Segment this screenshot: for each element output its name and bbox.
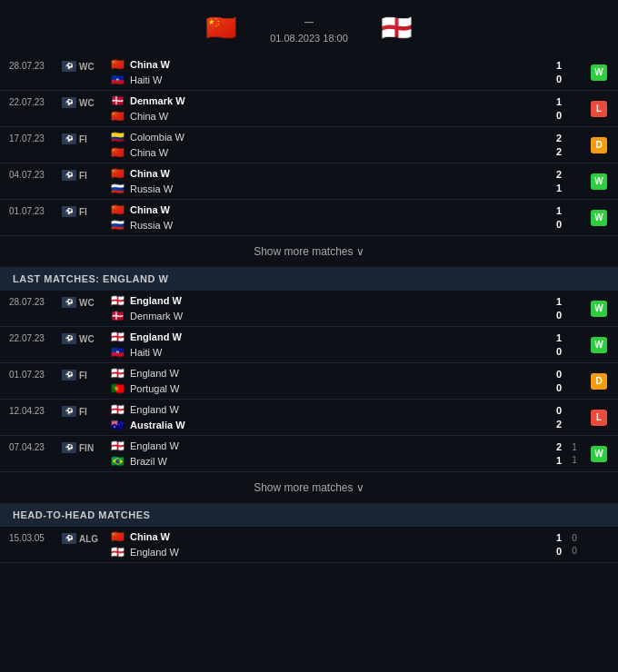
chevron-down-icon: ∨	[356, 245, 364, 258]
score2: 0	[556, 74, 562, 84]
score1: 2	[556, 169, 562, 180]
match-date: 28.07.23	[9, 294, 62, 307]
result-badge: L	[591, 410, 607, 426]
england-show-more-label: Show more matches	[254, 481, 353, 494]
team2-flag-sm: 🇷🇺	[109, 219, 125, 232]
match-row[interactable]: 01.07.23 ⚽ FI 🏴󠁧󠁢󠁥󠁮󠁧󠁿 England W 🇵🇹 Portu…	[0, 363, 618, 400]
match-datetime: 01.08.2023 18:00	[270, 33, 348, 44]
match-result: L	[589, 410, 609, 426]
match-row[interactable]: 12.04.23 ⚽ FI 🏴󠁧󠁢󠁥󠁮󠁧󠁿 England W 🇦🇺 Austr…	[0, 400, 618, 436]
match-teams: 🏴󠁧󠁢󠁥󠁮󠁧󠁿 England W 🇦🇺 Australia W	[109, 403, 534, 431]
match-scores: 2 2	[534, 133, 562, 157]
team1-name: England W	[130, 440, 179, 451]
team1-name: China W	[130, 168, 170, 179]
match-row[interactable]: 22.07.23 ⚽ WC 🇩🇰 Denmark W 🇨🇳 China W 1 …	[0, 91, 618, 127]
match-result: W	[589, 301, 609, 317]
match-date: 28.07.23	[9, 58, 62, 71]
score1: 1	[556, 205, 562, 216]
match-row[interactable]: 17.07.23 ⚽ FI 🇨🇴 Colombia W 🇨🇳 China W 2…	[0, 127, 618, 163]
match-date: 01.07.23	[9, 367, 62, 380]
team2-line: 🇷🇺 Russia W	[109, 183, 534, 195]
h2h-team2-flag: 🏴󠁧󠁢󠁥󠁮󠁧󠁿	[109, 546, 125, 558]
score1: 1	[556, 96, 562, 107]
h2h-match-teams: 🇨🇳 China W 🏴󠁧󠁢󠁥󠁮󠁧󠁿 England W	[109, 530, 534, 558]
team2-name: Haiti W	[130, 347, 162, 358]
competition-label: WC	[79, 298, 95, 308]
team2-name: Russia W	[130, 220, 173, 231]
h2h-score2: 0	[556, 546, 562, 557]
team1-name: England W	[130, 368, 179, 379]
result-badge: W	[591, 173, 607, 190]
team1-flag-sm: 🇨🇴	[109, 131, 125, 143]
team2-flag-sm: 🇵🇹	[109, 382, 125, 395]
team1-flag-sm: 🏴󠁧󠁢󠁥󠁮󠁧󠁿	[109, 440, 125, 452]
competition-icon: ⚽	[62, 133, 76, 144]
competition-icon: ⚽	[62, 206, 76, 217]
competition-label: FI	[79, 407, 87, 417]
team2-line: 🇩🇰 Denmark W	[109, 310, 534, 322]
match-date: 22.07.23	[9, 94, 62, 107]
team2-line: 🇧🇷 Brazil W	[109, 455, 534, 468]
match-competition: ⚽ FI	[62, 367, 109, 380]
competition-icon: ⚽	[62, 297, 76, 308]
h2h-team2-line: 🏴󠁧󠁢󠁥󠁮󠁧󠁿 England W	[109, 546, 534, 558]
h2h-competition-icon: ⚽	[62, 533, 76, 544]
score2: 0	[556, 382, 562, 393]
extra-score1: 1	[572, 442, 577, 452]
match-teams: 🏴󠁧󠁢󠁥󠁮󠁧󠁿 England W 🇭🇹 Haiti W	[109, 331, 534, 359]
score1: 0	[556, 369, 562, 380]
match-row[interactable]: 28.07.23 ⚽ WC 🇨🇳 China W 🇭🇹 Haiti W 1 0	[0, 54, 618, 91]
team2-name: China W	[130, 111, 168, 122]
team2-name: Denmark W	[130, 311, 183, 321]
score1: 1	[556, 60, 562, 71]
team1-line: 🏴󠁧󠁢󠁥󠁮󠁧󠁿 England W	[109, 367, 534, 380]
h2h-extra2: 0	[572, 546, 577, 556]
china-matches-section: 28.07.23 ⚽ WC 🇨🇳 China W 🇭🇹 Haiti W 1 0	[0, 54, 618, 236]
team1-flag-sm: 🏴󠁧󠁢󠁥󠁮󠁧󠁿	[109, 331, 125, 343]
china-show-more-button[interactable]: Show more matches ∨	[0, 236, 618, 267]
team1-name: England W	[130, 404, 179, 415]
competition-icon: ⚽	[62, 370, 76, 380]
h2h-team1-flag: 🇨🇳	[109, 530, 125, 543]
match-row[interactable]: 01.07.23 ⚽ FI 🇨🇳 China W 🇷🇺 Russia W 1 0	[0, 200, 618, 236]
match-extra-scores: 1 1	[565, 442, 583, 465]
match-scores: 2 1	[534, 169, 562, 193]
result-badge: W	[591, 301, 607, 317]
match-scores: 1 0	[534, 296, 562, 321]
team1-flag-sm: 🇨🇳	[109, 58, 125, 71]
h2h-match-competition: ⚽ ALG	[62, 530, 109, 544]
h2h-team1-name: China W	[130, 531, 170, 542]
team2-line: 🇭🇹 Haiti W	[109, 346, 534, 359]
match-row[interactable]: 22.07.23 ⚽ WC 🏴󠁧󠁢󠁥󠁮󠁧󠁿 England W 🇭🇹 Haiti…	[0, 327, 618, 363]
match-teams: 🇨🇴 Colombia W 🇨🇳 China W	[109, 131, 534, 159]
match-teams: 🇩🇰 Denmark W 🇨🇳 China W	[109, 94, 534, 123]
competition-label: FI	[79, 207, 87, 217]
team2-line: 🇦🇺 Australia W	[109, 419, 534, 431]
team2-line: 🇨🇳 China W	[109, 110, 534, 123]
competition-icon: ⚽	[62, 333, 76, 344]
score2: 2	[556, 419, 562, 430]
match-teams: 🏴󠁧󠁢󠁥󠁮󠁧󠁿 England W 🇵🇹 Portugal W	[109, 367, 534, 395]
match-competition: ⚽ WC	[62, 58, 109, 72]
match-result: D	[589, 373, 609, 390]
match-result: W	[589, 173, 609, 190]
score2: 1	[556, 183, 562, 193]
match-row[interactable]: 07.04.23 ⚽ FIN 🏴󠁧󠁢󠁥󠁮󠁧󠁿 England W 🇧🇷 Braz…	[0, 436, 618, 472]
match-date: 01.07.23	[9, 203, 62, 216]
match-competition: ⚽ FI	[62, 403, 109, 417]
match-competition: ⚽ FIN	[62, 440, 109, 453]
match-row[interactable]: 04.07.23 ⚽ FI 🇨🇳 China W 🇷🇺 Russia W 2 1	[0, 163, 618, 200]
result-badge: L	[591, 101, 607, 117]
h2h-match-row[interactable]: 15.03.05 ⚽ ALG 🇨🇳 China W 🏴󠁧󠁢󠁥󠁮󠁧󠁿 Englan…	[0, 527, 618, 563]
h2h-matches-section: 15.03.05 ⚽ ALG 🇨🇳 China W 🏴󠁧󠁢󠁥󠁮󠁧󠁿 Englan…	[0, 527, 618, 563]
match-row[interactable]: 28.07.23 ⚽ WC 🏴󠁧󠁢󠁥󠁮󠁧󠁿 England W 🇩🇰 Denma…	[0, 291, 618, 327]
team2-line: 🇵🇹 Portugal W	[109, 382, 534, 395]
result-badge: W	[591, 337, 607, 353]
team1-name: China W	[130, 204, 170, 215]
match-date: 07.04.23	[9, 440, 62, 452]
match-scores: 2 1	[534, 441, 562, 466]
england-show-more-button[interactable]: Show more matches ∨	[0, 472, 618, 503]
match-result: W	[589, 210, 609, 226]
h2h-section-header: HEAD-TO-HEAD MATCHES	[0, 503, 618, 527]
match-date: 17.07.23	[9, 131, 62, 143]
